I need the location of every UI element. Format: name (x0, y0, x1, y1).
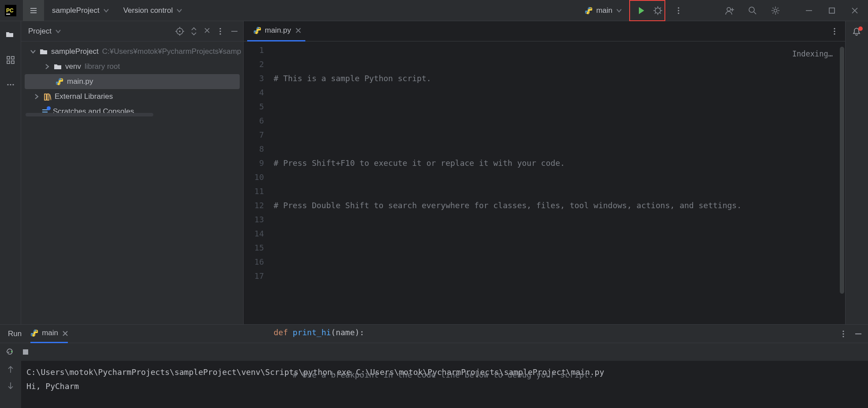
editor-more-button[interactable] (830, 27, 839, 36)
editor: main.py Indexing… 1 2 3 4 5 6 7 8 9 10 1… (244, 21, 845, 324)
tree-external-libraries-label: External Libraries (55, 92, 113, 101)
tree-venv[interactable]: venv library root (21, 59, 243, 74)
scroll-up-button[interactable] (6, 365, 15, 374)
run-side-rail (0, 361, 21, 408)
project-panel-title-label: Project (28, 27, 52, 36)
settings-button[interactable] (766, 2, 785, 19)
panel-options-button[interactable] (216, 27, 225, 36)
tree-venv-label: venv (65, 62, 81, 71)
library-icon (43, 93, 51, 101)
left-tool-rail (0, 21, 21, 324)
main-menu-button[interactable] (23, 0, 44, 21)
chevron-down-icon[interactable] (30, 49, 36, 55)
python-icon (30, 329, 38, 337)
vcs-dropdown[interactable]: Version control (117, 3, 189, 19)
window-maximize-button[interactable] (822, 2, 842, 19)
pycharm-logo: PC (2, 2, 19, 19)
project-horizontal-scrollbar[interactable] (26, 113, 153, 116)
project-tool-button[interactable] (3, 27, 19, 43)
folder-icon (40, 48, 48, 55)
notification-dot (858, 26, 863, 31)
chevron-down-icon (55, 28, 61, 34)
more-tools-button[interactable] (3, 77, 19, 93)
python-icon (56, 78, 63, 86)
editor-vertical-scrollbar[interactable] (840, 47, 844, 294)
debug-button[interactable] (653, 2, 663, 19)
stop-button[interactable] (21, 348, 30, 356)
tree-scratches[interactable]: Scratches and Consoles (21, 104, 243, 119)
search-everywhere-button[interactable] (743, 2, 762, 19)
tree-root[interactable]: sampleProject C:¥Users¥motok¥PycharmProj… (21, 44, 243, 59)
svg-text:PC: PC (6, 7, 14, 14)
select-opened-file-button[interactable] (175, 27, 184, 36)
code-with-me-button[interactable] (720, 2, 739, 19)
python-icon (253, 26, 261, 34)
python-icon (585, 7, 593, 15)
tree-file-main[interactable]: main.py (25, 74, 240, 89)
gutter-line-numbers: 1 2 3 4 5 6 7 8 9 10 11 12 13 14 15 16 1… (244, 41, 270, 408)
window-close-button[interactable] (845, 2, 864, 19)
chevron-right-icon[interactable] (33, 94, 40, 100)
annotation-highlight (629, 0, 665, 21)
window-minimize-button[interactable] (799, 2, 819, 19)
tree-root-label: sampleProject (51, 47, 99, 56)
close-tab-button[interactable] (62, 330, 68, 336)
svg-rect-54 (6, 14, 10, 15)
hide-run-button[interactable] (854, 329, 863, 338)
output-line: Hi, PyCharm (26, 382, 79, 391)
run-tab-run-label: Run (8, 329, 22, 338)
scroll-down-button[interactable] (6, 381, 15, 390)
tree-venv-note: library root (85, 62, 120, 71)
close-tab-button[interactable] (295, 27, 302, 34)
project-name-label: sampleProject (52, 6, 100, 15)
editor-tabs: main.py (244, 21, 845, 41)
project-tree[interactable]: sampleProject C:¥Users¥motok¥PycharmProj… (21, 41, 243, 119)
editor-tab-label: main.py (265, 26, 291, 35)
project-panel-title-dropdown[interactable]: Project (28, 27, 61, 36)
notifications-button[interactable] (852, 27, 862, 37)
close-panel-button[interactable] (204, 27, 211, 36)
vcs-label: Version control (123, 6, 173, 15)
indexing-status: Indexing… (792, 47, 833, 61)
code-content[interactable]: # This is a sample Python script. # Pres… (270, 41, 845, 408)
rerun-button[interactable] (5, 347, 15, 357)
chevron-right-icon[interactable] (44, 64, 50, 70)
project-panel: Project sampleProject C:¥Users¥motok¥Pyc… (21, 21, 244, 324)
run-tab-run[interactable]: Run (8, 325, 22, 343)
tree-external-libraries[interactable]: External Libraries (21, 89, 243, 104)
more-actions-button[interactable] (669, 2, 688, 19)
tree-file-main-label: main.py (67, 77, 93, 86)
run-configuration-dropdown[interactable]: main (580, 4, 627, 17)
project-dropdown[interactable]: sampleProject (46, 3, 115, 19)
titlebar: PC sampleProject Version control main (0, 0, 868, 21)
run-button[interactable] (632, 2, 651, 19)
hide-panel-button[interactable] (230, 27, 239, 36)
editor-tab-main[interactable]: main.py (247, 21, 305, 41)
tree-root-path: C:¥Users¥motok¥PycharmProjects¥samp (102, 47, 241, 56)
folder-icon (54, 63, 62, 70)
project-panel-header: Project (21, 21, 243, 41)
expand-collapse-button[interactable] (189, 27, 198, 36)
code-editor[interactable]: Indexing… 1 2 3 4 5 6 7 8 9 10 11 12 13 … (244, 41, 845, 408)
chevron-down-icon (616, 7, 622, 14)
run-tab-main[interactable]: main (30, 325, 68, 343)
structure-tool-button[interactable] (3, 52, 19, 68)
run-tab-main-label: main (42, 329, 58, 337)
right-tool-rail (845, 21, 868, 324)
run-config-label: main (596, 6, 612, 15)
